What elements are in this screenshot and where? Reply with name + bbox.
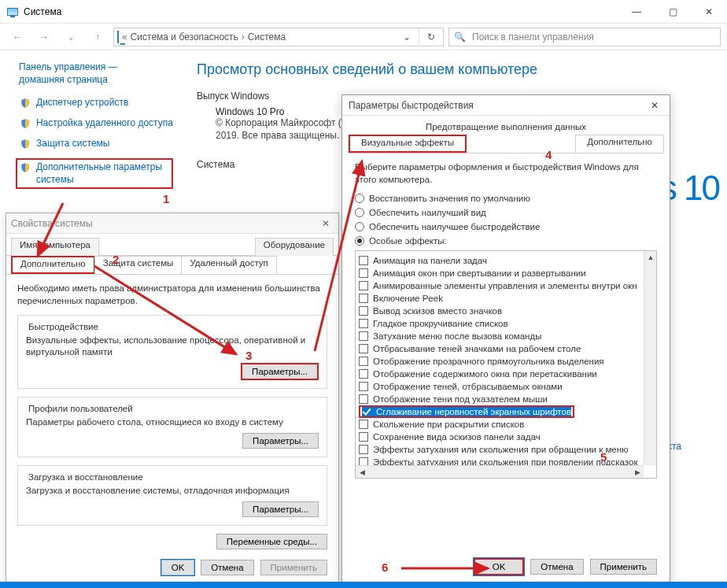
- shield-icon: [19, 117, 31, 130]
- perf-ok-button[interactable]: OK: [474, 558, 525, 575]
- environment-variables-button[interactable]: Переменные среды...: [216, 534, 327, 549]
- vertical-scrollbar[interactable]: ▲: [644, 251, 656, 465]
- tab-hardware[interactable]: Оборудование: [255, 238, 334, 256]
- nav-up-button[interactable]: ↑: [87, 28, 109, 46]
- effect-item[interactable]: Отбрасывание теней значками на рабочем с…: [359, 342, 656, 355]
- effect-item[interactable]: Гладкое прокручивание списков: [359, 317, 656, 330]
- radio-icon: [355, 208, 364, 217]
- nav-row: ← → ᵥ ↑ « Система и безопасность › Систе…: [0, 24, 727, 50]
- effect-item[interactable]: Анимация окон при свертывании и разверты…: [359, 267, 656, 279]
- checkbox-icon[interactable]: [359, 369, 368, 379]
- sidebar-item-advanced-system[interactable]: Дополнительные параметры системы: [16, 158, 173, 189]
- effect-label: Анимация окон при свертывании и разверты…: [373, 268, 586, 278]
- checkbox-icon[interactable]: [359, 319, 368, 328]
- checkbox-icon[interactable]: [359, 382, 368, 391]
- checkbox-icon[interactable]: [359, 256, 368, 265]
- radio-label: Обеспечить наилучшее быстродействие: [369, 222, 540, 231]
- window-maximize-button[interactable]: ▢: [655, 0, 691, 24]
- search-box[interactable]: 🔍: [448, 28, 721, 46]
- taskbar-sliver: [0, 582, 727, 588]
- effect-item[interactable]: Отображение теней, отбрасываемых окнами: [359, 380, 656, 393]
- effect-item[interactable]: Сглаживание неровностей экранных шрифтов: [362, 405, 571, 418]
- control-panel-home-link[interactable]: Панель управления —домашняя страница: [19, 61, 173, 86]
- checkbox-icon[interactable]: [359, 344, 368, 353]
- perf-radio-option[interactable]: Обеспечить наилучшее быстродействие: [355, 222, 657, 231]
- radio-label: Особые эффекты:: [369, 236, 447, 246]
- effect-item[interactable]: Отображение прозрачного прямоугольника в…: [359, 355, 656, 368]
- tab-advanced[interactable]: Дополнительно: [11, 256, 95, 274]
- nav-forward-button[interactable]: →: [33, 28, 55, 46]
- sysprops-cancel-button[interactable]: Отмена: [201, 560, 253, 575]
- dialog-title: Параметры быстродействия: [349, 100, 646, 111]
- sidebar-item-remote-access[interactable]: Настройка удаленного доступа: [19, 117, 173, 130]
- effect-item[interactable]: Эффекты затухания или скольжения при обр…: [359, 443, 656, 456]
- effect-item[interactable]: Скольжение при раскрытии списков: [359, 418, 656, 431]
- perf-radio-option[interactable]: Восстановить значения по умолчанию: [355, 194, 657, 203]
- window-close-button[interactable]: ✕: [691, 0, 727, 24]
- tab-system-protection[interactable]: Защита системы: [94, 256, 183, 274]
- effect-item[interactable]: Включение Peek: [359, 292, 656, 305]
- effect-item[interactable]: Сохранение вида эскизов панели задач: [359, 431, 656, 443]
- checkbox-icon[interactable]: [359, 306, 368, 316]
- checkbox-icon[interactable]: [359, 420, 368, 429]
- effect-label: Отображение тени под указателем мыши: [373, 394, 548, 404]
- tab-visual-effects[interactable]: Визуальные эффекты: [349, 135, 467, 153]
- effect-label: Анимированные элементы управления и элем…: [373, 281, 637, 290]
- address-refresh-button[interactable]: ↻: [423, 28, 440, 46]
- annotation-number: 1: [163, 192, 169, 205]
- search-input[interactable]: [471, 31, 715, 43]
- window-minimize-button[interactable]: —: [618, 0, 655, 24]
- tab-computer-name[interactable]: Имя компьютера: [11, 238, 99, 256]
- effect-item[interactable]: Отображение содержимого окна при перетас…: [359, 368, 656, 380]
- tab-remote[interactable]: Удаленный доступ: [181, 256, 276, 274]
- perf-cancel-button[interactable]: Отмена: [530, 559, 583, 575]
- scroll-up-icon[interactable]: ▲: [644, 251, 657, 264]
- effect-item[interactable]: Вывод эскизов вместо значков: [359, 305, 656, 317]
- dialog-close-button[interactable]: ✕: [318, 218, 334, 229]
- checkbox-icon[interactable]: [359, 294, 368, 303]
- breadcrumb-root-chevron[interactable]: «: [122, 31, 127, 43]
- nav-back-button[interactable]: ←: [6, 28, 28, 46]
- checkbox-icon[interactable]: [359, 432, 368, 442]
- horizontal-scrollbar[interactable]: ◀ ▶: [356, 465, 644, 478]
- sidebar-item-system-protection[interactable]: Защита системы: [19, 138, 173, 150]
- sysprops-apply-button[interactable]: Применить: [260, 560, 327, 575]
- sidebar-item-device-manager[interactable]: Диспетчер устройств: [19, 97, 173, 109]
- checkbox-icon[interactable]: [359, 281, 368, 290]
- effect-item[interactable]: Отображение тени под указателем мыши: [359, 393, 656, 405]
- performance-params-button[interactable]: Параметры...: [241, 363, 319, 380]
- annotation-number: 3: [245, 349, 252, 362]
- checkbox-icon[interactable]: [359, 445, 368, 454]
- nav-recent-button[interactable]: ᵥ: [60, 28, 82, 46]
- tab-additional[interactable]: Дополнительно: [575, 135, 664, 153]
- address-bar[interactable]: « Система и безопасность › Система ⌄ ↻: [113, 28, 444, 46]
- effect-item[interactable]: Анимированные элементы управления и элем…: [359, 279, 656, 292]
- startup-params-button[interactable]: Параметры...: [242, 501, 319, 517]
- effect-item[interactable]: Затухание меню после вызова команды: [359, 330, 656, 342]
- scroll-left-icon[interactable]: ◀: [356, 466, 368, 479]
- tab-dep[interactable]: Предотвращение выполнения данных: [342, 116, 670, 131]
- checkbox-icon[interactable]: [359, 357, 368, 366]
- breadcrumb-2[interactable]: Система: [248, 31, 286, 43]
- address-dropdown-button[interactable]: ⌄: [398, 28, 415, 46]
- sidebar-item-label: Настройка удаленного доступа: [36, 117, 173, 130]
- effects-list[interactable]: Анимация на панели задачАнимация окон пр…: [355, 250, 657, 479]
- group-title: Профили пользователей: [26, 404, 135, 413]
- perf-description: Выберите параметры оформления и быстроде…: [355, 161, 657, 186]
- dialog-close-button[interactable]: ✕: [646, 100, 663, 111]
- monitor-icon: [6, 6, 19, 18]
- checkbox-icon[interactable]: [359, 331, 368, 341]
- checkbox-icon[interactable]: [359, 268, 368, 278]
- breadcrumb-1[interactable]: Система и безопасность: [131, 31, 238, 43]
- sidebar-item-label: Диспетчер устройств: [36, 97, 128, 109]
- checkbox-icon[interactable]: [359, 394, 368, 404]
- scroll-right-icon[interactable]: ▶: [631, 466, 644, 479]
- admin-note: Необходимо иметь права администратора дл…: [17, 283, 327, 307]
- perf-radio-option[interactable]: Обеспечить наилучший вид: [355, 208, 657, 217]
- sysprops-ok-button[interactable]: OK: [161, 560, 195, 575]
- effect-item[interactable]: Анимация на панели задач: [359, 254, 656, 267]
- perf-apply-button[interactable]: Применить: [590, 559, 657, 575]
- perf-radio-option[interactable]: Особые эффекты:: [355, 236, 657, 246]
- profiles-params-button[interactable]: Параметры...: [242, 433, 319, 449]
- checkbox-icon[interactable]: [362, 407, 371, 416]
